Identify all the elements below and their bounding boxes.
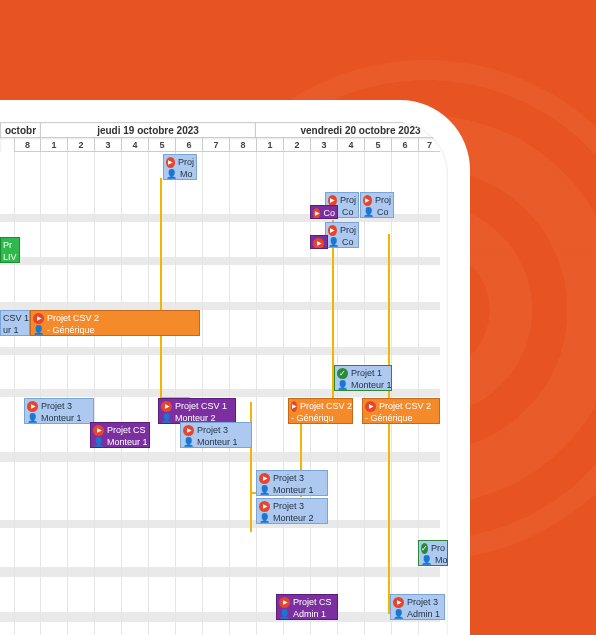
- person-icon: [183, 437, 194, 448]
- event-title: Proj: [178, 157, 194, 168]
- play-icon: [363, 195, 372, 206]
- person-icon: [393, 609, 404, 620]
- event-title: Projet CSV 2: [379, 401, 431, 412]
- hour-cell: 4: [121, 138, 148, 152]
- person-icon: [27, 413, 38, 424]
- hour-row: 8 1 2 3 4 5 6 7 8 1 2 3 4 5 6 7: [0, 138, 440, 152]
- dependency-line: [388, 234, 390, 614]
- hour-cell: 8: [229, 138, 256, 152]
- hour-cell: 8: [14, 138, 40, 152]
- event-csv2-gen-or1[interactable]: Projet CSV 2 - Génériqu: [288, 398, 353, 424]
- play-icon: [259, 501, 270, 512]
- person-icon: [259, 513, 270, 524]
- event-proj-co-3[interactable]: Proj Co: [325, 222, 359, 248]
- event-title: Projet CSV 1: [175, 401, 227, 412]
- event-resource: - Générique: [365, 413, 413, 424]
- event-resource: ur 1: [3, 325, 19, 336]
- event-resource: Monteur 1: [41, 413, 82, 424]
- event-projet3-admin1[interactable]: Projet 3 Admin 1: [390, 594, 445, 620]
- play-icon: [313, 208, 320, 219]
- hour-cell: 6: [391, 138, 418, 152]
- event-resource: Monteur 2: [273, 513, 314, 524]
- play-icon: [33, 313, 44, 324]
- event-title: Projet 1: [351, 368, 382, 379]
- play-icon: [393, 597, 404, 608]
- person-icon: [328, 237, 339, 248]
- event-title: Proj: [340, 225, 356, 236]
- play-icon: [291, 401, 297, 412]
- event-projet3-monteur1-b[interactable]: Projet 3 Monteur 1: [180, 422, 252, 448]
- hour-cell: 1: [256, 138, 283, 152]
- hour-cell: 7: [418, 138, 440, 152]
- event-resource: Admin 1: [407, 609, 440, 620]
- event-resource: - Génériqu: [291, 413, 334, 424]
- event-title: Projet CSV 2: [47, 313, 99, 324]
- play-icon: [328, 195, 337, 206]
- event-projet3-m1[interactable]: Projet 3 Monteur 1: [256, 470, 328, 496]
- event-resource: Monteur 1: [107, 437, 148, 448]
- play-icon: [183, 425, 194, 436]
- hour-cell: 2: [67, 138, 94, 152]
- event-projet1-monteur1[interactable]: Projet 1 Monteur 1: [334, 365, 392, 391]
- event-resource: Mo: [435, 555, 448, 566]
- gantt-viewport: octobr jeudi 19 octobre 2023 vendredi 20…: [0, 122, 448, 635]
- event-proj-mo-1[interactable]: Proj Mo: [163, 154, 197, 180]
- event-resource: Mo: [180, 169, 193, 180]
- event-resource: LIV: [3, 252, 17, 263]
- play-icon: [166, 157, 175, 168]
- person-icon: [363, 207, 374, 218]
- event-pro-mo-green[interactable]: Pro Mo: [418, 540, 448, 566]
- play-icon: [27, 401, 38, 412]
- day-header-thursday[interactable]: jeudi 19 octobre 2023: [40, 122, 255, 138]
- person-icon: [93, 437, 104, 448]
- gantt-grid[interactable]: [0, 152, 440, 635]
- event-title: Projet CSV 2: [300, 401, 352, 412]
- play-icon: [365, 401, 376, 412]
- event-cs-monteur1-purple[interactable]: Projet CS Monteur 1: [90, 422, 150, 448]
- event-resource: Monteur 1: [273, 485, 314, 496]
- person-icon: [166, 169, 177, 180]
- event-title: CSV 1: [3, 313, 29, 324]
- event-proj-co-2[interactable]: Proj Co: [360, 192, 394, 218]
- check-icon: [421, 543, 428, 554]
- event-title: Proj: [375, 195, 391, 206]
- event-resource: Monteur 1: [351, 380, 392, 391]
- hour-cell: 6: [175, 138, 202, 152]
- play-icon: [313, 238, 324, 249]
- day-header-friday[interactable]: vendredi 20 octobre 2023: [255, 122, 448, 138]
- event-projet3-monteur1[interactable]: Projet 3 Monteur 1: [24, 398, 94, 424]
- event-resource: Co: [342, 207, 354, 218]
- hour-cell: 3: [310, 138, 337, 152]
- event-projet3-m2[interactable]: Projet 3 Monteur 2: [256, 498, 328, 524]
- event-csv1-monteur2-purple[interactable]: Projet CSV 1 Monteur 2: [158, 398, 236, 424]
- person-icon: [33, 325, 44, 336]
- person-icon: [337, 380, 348, 391]
- check-icon: [337, 368, 348, 379]
- event-resource: Co: [377, 207, 389, 218]
- event-title: Pro: [431, 543, 445, 554]
- person-icon: [259, 485, 270, 496]
- hour-cell: 1: [40, 138, 67, 152]
- play-icon: [259, 473, 270, 484]
- day-header-partial[interactable]: octobr: [0, 122, 40, 138]
- event-resource: - Générique: [47, 325, 95, 336]
- event-csv2-generique[interactable]: Projet CSV 2 - Générique: [30, 310, 200, 336]
- device-frame: octobr jeudi 19 octobre 2023 vendredi 20…: [0, 100, 470, 635]
- event-resource: Monteur 1: [197, 437, 238, 448]
- event-pr-liv[interactable]: Pr LIV: [0, 237, 20, 263]
- event-cs-admin1-purple[interactable]: Projet CS Admin 1: [276, 594, 338, 620]
- hour-cell: 5: [364, 138, 391, 152]
- person-icon: [279, 609, 290, 620]
- hour-cell: 2: [283, 138, 310, 152]
- event-title: Pr: [3, 240, 12, 251]
- event-csv2-gen-or2[interactable]: Projet CSV 2 - Générique: [362, 398, 440, 424]
- event-title: Projet 3: [273, 501, 304, 512]
- event-co-purple-1[interactable]: Co: [310, 205, 338, 219]
- event-title: Projet 3: [407, 597, 438, 608]
- play-icon: [93, 425, 104, 436]
- event-co-purple-2[interactable]: [310, 235, 328, 249]
- hour-cell: 5: [148, 138, 175, 152]
- event-csv1-left[interactable]: CSV 1 ur 1: [0, 310, 30, 336]
- hour-cell: 3: [94, 138, 121, 152]
- event-resource: Co: [342, 237, 354, 248]
